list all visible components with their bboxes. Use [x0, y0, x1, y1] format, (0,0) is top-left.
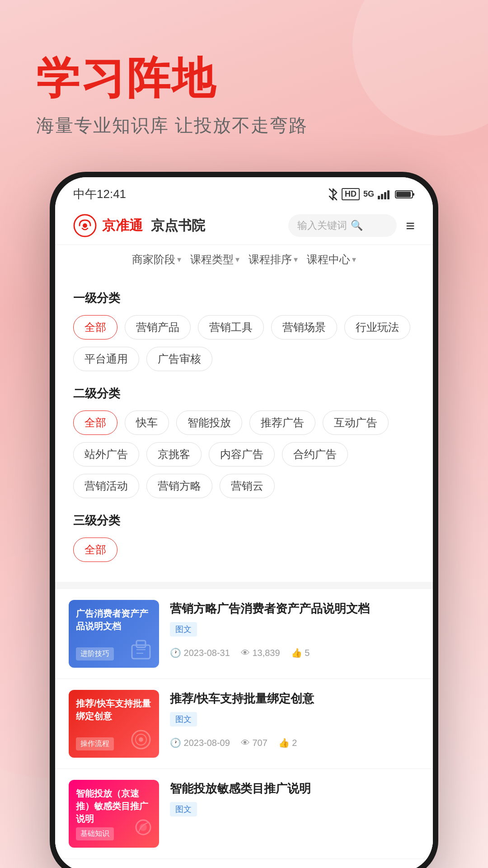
course-item-1[interactable]: 广告消费者资产产品说明文档 进阶技巧 营销方略广告消费者资产产品说明文档 图文 …: [55, 589, 433, 679]
filter-tag-ad-review[interactable]: 广告审核: [146, 347, 212, 371]
tab-course-order-label: 课程排序: [249, 252, 292, 267]
course-tag-1: 图文: [170, 622, 197, 637]
tab-merchant-stage-label: 商家阶段: [132, 252, 175, 267]
filter-title-level2: 二级分类: [73, 386, 415, 401]
logo-icon: [73, 214, 97, 237]
course-info-2: 推荐/快车支持批量绑定创意 图文 🕐 2023-08-09 👁 707 👍 2: [170, 690, 419, 758]
hero-title: 学习阵地: [36, 54, 452, 102]
course-likes-1: 👍 5: [291, 647, 310, 658]
filter-tag-contract-ad[interactable]: 合约广告: [282, 442, 348, 467]
filter-tag-interactive-ad[interactable]: 互动广告: [323, 410, 389, 435]
tab-course-type[interactable]: 课程类型 ▾: [190, 252, 239, 267]
filter-tag-marketing-product[interactable]: 营销产品: [125, 315, 191, 340]
bottom-dots: [55, 859, 433, 868]
filter-tags-level2: 全部 快车 智能投放 推荐广告 互动广告 站外广告 京挑客 内容广告 合约广告 …: [73, 410, 415, 498]
chevron-down-icon: ▾: [352, 255, 356, 264]
course-date-2: 🕐 2023-08-09: [170, 737, 230, 748]
filter-tag-offsite-ad[interactable]: 站外广告: [73, 442, 139, 467]
svg-rect-3: [387, 190, 389, 199]
chevron-down-icon: ▾: [294, 255, 298, 264]
filter-tags-level3: 全部: [73, 538, 415, 562]
bluetooth-icon: [328, 188, 338, 201]
filter-title-level3: 三级分类: [73, 513, 415, 528]
svg-rect-0: [378, 196, 380, 199]
filter-section-level1: 一级分类 全部 营销产品 营销工具 营销场景 行业玩法 平台通用 广告审核: [73, 290, 415, 371]
chevron-down-icon: ▾: [235, 255, 239, 264]
hero-subtitle: 海量专业知识库 让投放不走弯路: [36, 113, 452, 138]
status-time: 中午12:41: [73, 186, 126, 202]
course-info-1: 营销方略广告消费者资产产品说明文档 图文 🕐 2023-08-31 👁 13,8…: [170, 600, 419, 668]
course-title-3: 智能投放敏感类目推广说明: [170, 780, 419, 797]
course-meta-1: 🕐 2023-08-31 👁 13,839 👍 5: [170, 647, 419, 658]
status-icons: HD 5G: [328, 188, 415, 201]
chevron-down-icon: ▾: [177, 255, 181, 264]
app-header: 京准通 京点书院 输入关键词 🔍 ≡: [55, 207, 433, 245]
tab-merchant-stage[interactable]: 商家阶段 ▾: [132, 252, 181, 267]
search-icon: 🔍: [351, 220, 363, 231]
filter-tag-smart-delivery[interactable]: 智能投放: [176, 410, 242, 435]
course-date-1: 🕐 2023-08-31: [170, 647, 230, 658]
svg-rect-1: [381, 194, 383, 199]
filter-tag-industry-play[interactable]: 行业玩法: [344, 315, 410, 340]
filter-tag-marketing-tool[interactable]: 营销工具: [198, 315, 264, 340]
phone-mockup: 中午12:41 HD 5G: [50, 172, 438, 868]
logo-area: 京准通 京点书院: [73, 214, 205, 237]
filter-tag-all-l3[interactable]: 全部: [73, 538, 117, 562]
svg-rect-2: [384, 192, 386, 199]
filter-tag-marketing-cloud[interactable]: 营销云: [220, 474, 275, 498]
course-views-1: 👁 13,839: [241, 648, 280, 658]
tab-course-center[interactable]: 课程中心 ▾: [307, 252, 356, 267]
filter-tag-all-l2[interactable]: 全部: [73, 410, 117, 435]
svg-point-15: [139, 737, 143, 742]
course-meta-2: 🕐 2023-08-09 👁 707 👍 2: [170, 737, 419, 748]
tab-course-order[interactable]: 课程排序 ▾: [249, 252, 298, 267]
thumb-badge-1: 进阶技巧: [76, 647, 114, 660]
signal-5g: 5G: [363, 189, 374, 199]
filter-tag-marketing-strategy[interactable]: 营销方略: [146, 474, 212, 498]
logo-text-main: 京准通: [102, 217, 143, 235]
hero-section: 学习阵地 海量专业知识库 让投放不走弯路: [0, 0, 488, 165]
course-thumb-3: 智能投放（京速推）敏感类目推广说明 基础知识: [69, 780, 159, 848]
filter-tag-platform-general[interactable]: 平台通用: [73, 347, 139, 371]
course-item-2[interactable]: 推荐/快车支持批量绑定创意 操作流程 推荐/快车支持批量绑定创意 图文 🕐 20…: [55, 679, 433, 769]
course-tag-2: 图文: [170, 712, 197, 726]
thumb-badge-3: 基础知识: [76, 827, 114, 840]
course-thumb-2: 推荐/快车支持批量绑定创意 操作流程: [69, 690, 159, 758]
svg-rect-10: [136, 641, 145, 647]
thumb-decoration-2: [127, 726, 155, 753]
thumb-title-1: 广告消费者资产产品说明文档: [76, 607, 152, 632]
course-thumb-1: 广告消费者资产产品说明文档 进阶技巧: [69, 600, 159, 668]
thumb-badge-2: 操作流程: [76, 737, 114, 750]
course-tag-3: 图文: [170, 802, 197, 816]
course-views-2: 👁 707: [241, 738, 267, 748]
menu-icon[interactable]: ≡: [406, 218, 415, 233]
course-item-3[interactable]: 智能投放（京速推）敏感类目推广说明 基础知识 智能投放敏感类目推广说明 图文: [55, 769, 433, 859]
nav-tabs: 商家阶段 ▾ 课程类型 ▾ 课程排序 ▾ 课程中心 ▾: [55, 245, 433, 274]
course-title-1: 营销方略广告消费者资产产品说明文档: [170, 600, 419, 618]
thumb-decoration-1: [127, 636, 155, 663]
search-placeholder-text: 输入关键词: [297, 219, 347, 232]
search-input[interactable]: 输入关键词 🔍: [288, 214, 397, 237]
filter-tag-kuaiche[interactable]: 快车: [125, 410, 169, 435]
svg-point-8: [83, 223, 87, 228]
filter-tag-marketing-activity[interactable]: 营销活动: [73, 474, 139, 498]
signal-bars-icon: [378, 189, 391, 199]
tab-course-center-label: 课程中心: [307, 252, 350, 267]
filter-section-level3: 三级分类 全部: [73, 513, 415, 562]
filter-tag-content-ad[interactable]: 内容广告: [209, 442, 275, 467]
course-list: 广告消费者资产产品说明文档 进阶技巧 营销方略广告消费者资产产品说明文档 图文 …: [55, 589, 433, 859]
filter-panel: 一级分类 全部 营销产品 营销工具 营销场景 行业玩法 平台通用 广告审核 二级…: [55, 274, 433, 582]
filter-tag-recommend-ad[interactable]: 推荐广告: [249, 410, 315, 435]
filter-tag-all-l1[interactable]: 全部: [73, 315, 117, 340]
svg-rect-5: [413, 193, 414, 196]
svg-rect-6: [396, 192, 411, 197]
battery-icon: [395, 189, 415, 199]
status-bar: 中午12:41 HD 5G: [55, 177, 433, 207]
filter-tag-jingtiaoce[interactable]: 京挑客: [146, 442, 202, 467]
thumb-title-2: 推荐/快车支持批量绑定创意: [76, 697, 152, 722]
course-info-3: 智能投放敏感类目推广说明 图文: [170, 780, 419, 848]
filter-title-level1: 一级分类: [73, 290, 415, 306]
filter-tag-marketing-scene[interactable]: 营销场景: [271, 315, 337, 340]
logo-text-sub: 京点书院: [151, 217, 205, 235]
tab-course-type-label: 课程类型: [190, 252, 234, 267]
